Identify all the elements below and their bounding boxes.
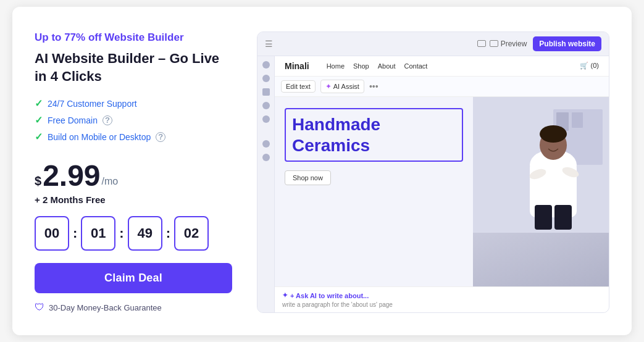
price-dollar: $ [35, 171, 41, 191]
edit-toolbar: Edit text ✦ AI Assist ••• [275, 77, 609, 97]
hero-headline-box: Handmade Ceramics [285, 108, 463, 162]
hero-headline-line1: Handmade [292, 115, 380, 134]
hamburger-icon: ☰ [265, 39, 273, 49]
feature-1: ✓ 24/7 Customer Support [35, 98, 232, 109]
svg-rect-3 [572, 112, 583, 128]
nav-link-contact: Contact [404, 62, 427, 70]
feature-2: ✓ Free Domain ? [35, 114, 232, 126]
hero-text-area: Handmade Ceramics Shop now [275, 97, 473, 286]
nav-links: Home Shop About Contact [327, 62, 428, 70]
free-months: + 2 Months Free [35, 194, 232, 205]
hero-image [473, 97, 609, 286]
hero-headline: Handmade Ceramics [292, 114, 456, 156]
hero-headline-line2: Ceramics [292, 136, 370, 155]
countdown-sep-1: : [73, 225, 77, 241]
check-icon-2: ✓ [35, 114, 43, 126]
ai-star-icon: ✦ [325, 82, 332, 91]
shield-icon: 🛡 [35, 302, 44, 313]
edit-text-tool[interactable]: Edit text [281, 80, 316, 93]
main-site: Minali Home Shop About Contact 🛒 (0) Edi… [275, 56, 609, 312]
left-panel: Up to 77% off Website Builder AI Website… [35, 31, 232, 313]
main-card: Up to 77% off Website Builder AI Website… [12, 7, 632, 335]
site-logo: Minali [285, 61, 309, 71]
toolbar-icon-1 [262, 61, 270, 69]
countdown-sep-3: : [166, 225, 170, 241]
deal-tag: Up to 77% off Website Builder [35, 31, 232, 44]
cart-icon: 🛒 [580, 62, 588, 69]
website-content: Minali Home Shop About Contact 🛒 (0) Edi… [257, 56, 609, 312]
deal-tag-prefix: Up to [35, 31, 64, 43]
ai-plus-icon: ✦ [282, 291, 288, 299]
nav-link-shop: Shop [353, 62, 369, 70]
countdown-seconds: 49 [128, 216, 162, 251]
ai-prompt-title-text: + Ask AI to write about... [290, 292, 369, 299]
cart-count: (0) [591, 62, 599, 69]
browser-bar: ☰ Preview Publish website [257, 32, 609, 56]
shop-now-button[interactable]: Shop now [285, 170, 331, 185]
help-icon-mobile[interactable]: ? [156, 132, 165, 142]
browser-icons: Preview Publish website [477, 36, 601, 51]
publish-website-button[interactable]: Publish website [533, 36, 601, 51]
nav-link-about: About [378, 62, 396, 70]
preview-label: Preview [501, 40, 527, 48]
window-icon-2 [490, 40, 498, 47]
claim-deal-button[interactable]: Claim Deal [35, 263, 232, 293]
countdown: 00 : 01 : 49 : 02 [35, 216, 232, 251]
toolbar-icon-6 [262, 140, 270, 148]
svg-rect-11 [554, 205, 572, 230]
feature-3: ✓ Build on Mobile or Desktop ? [35, 131, 232, 143]
ai-assist-label: AI Assist [333, 83, 359, 90]
price-row: $ 2.99 /mo [35, 161, 232, 191]
countdown-sep-2: : [119, 225, 123, 241]
hero-section: Handmade Ceramics Shop now [275, 97, 609, 286]
features-list: ✓ 24/7 Customer Support ✓ Free Domain ? … [35, 98, 232, 148]
window-icon-1 [477, 40, 486, 47]
ai-prompt-bar: ✦ + Ask AI to write about... write a par… [275, 286, 609, 312]
toolbar-icon-3 [262, 88, 270, 96]
deal-tag-suffix: Website Builder [102, 31, 184, 43]
edit-more-icon[interactable]: ••• [369, 81, 378, 91]
ai-prompt-placeholder: write a paragraph for the 'about us' pag… [282, 301, 601, 308]
feature-3-text: Build on Mobile or Desktop [48, 132, 151, 142]
countdown-frames: 02 [174, 216, 209, 251]
toolbar-icon-5 [262, 115, 270, 123]
left-toolbar [257, 56, 275, 312]
headline: AI Website Builder – Go Live in 4 Clicks [35, 50, 232, 85]
nav-cart: 🛒 (0) [580, 62, 599, 70]
feature-1-text: 24/7 Customer Support [48, 99, 137, 109]
svg-point-9 [540, 125, 567, 143]
price-main: 2.99 [43, 161, 100, 191]
help-icon-domain[interactable]: ? [102, 115, 112, 125]
hero-image-simulation [473, 97, 609, 286]
svg-rect-10 [535, 205, 552, 230]
countdown-hours: 00 [35, 216, 69, 251]
toolbar-icon-4 [262, 102, 270, 109]
deal-tag-highlight: 77% off [64, 31, 101, 43]
toolbar-icon-7 [262, 154, 270, 161]
price-mo: /mo [102, 176, 119, 187]
check-icon-3: ✓ [35, 131, 43, 143]
guarantee-row: 🛡 30-Day Money-Back Guarantee [35, 302, 232, 313]
ai-prompt-title: ✦ + Ask AI to write about... [282, 291, 601, 299]
toolbar-icon-2 [262, 75, 270, 82]
nav-link-home: Home [327, 62, 345, 70]
guarantee-text: 30-Day Money-Back Guarantee [49, 303, 162, 312]
ai-assist-tool[interactable]: ✦ AI Assist [320, 80, 364, 93]
site-nav: Minali Home Shop About Contact 🛒 (0) [275, 56, 609, 77]
person-svg [473, 97, 609, 233]
countdown-minutes: 01 [81, 216, 115, 251]
right-panel: ☰ Preview Publish website [257, 31, 609, 313]
check-icon-1: ✓ [35, 98, 43, 109]
feature-2-text: Free Domain [48, 115, 98, 125]
